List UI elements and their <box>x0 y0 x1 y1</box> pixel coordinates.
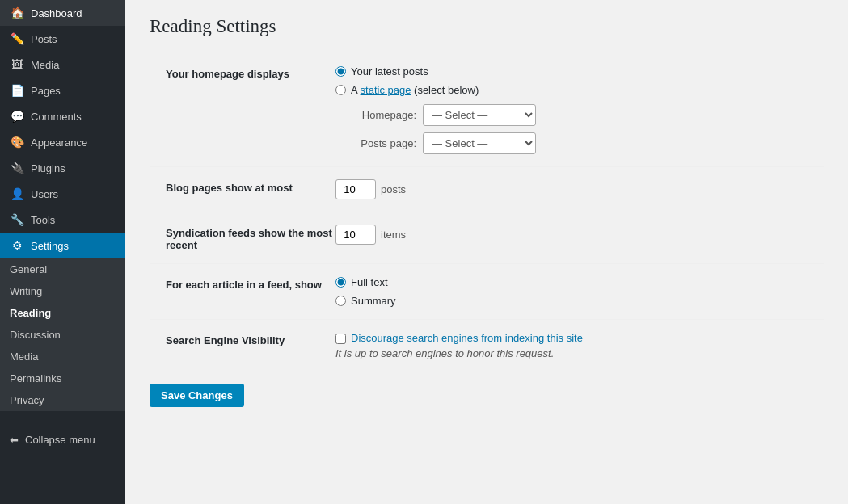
submenu-item-general[interactable]: General <box>0 258 125 280</box>
media-icon: 🖼 <box>10 58 24 71</box>
feed-article-row: For each article in a feed, show Full te… <box>150 264 824 320</box>
homepage-select[interactable]: — Select — <box>423 104 536 126</box>
collapse-label: Collapse menu <box>25 434 95 446</box>
feed-article-radio-group: Full text Summary <box>335 276 808 307</box>
sidebar-nav: 🏠 Dashboard ✏️ Posts 🖼 Media 📄 Pages 💬 C… <box>0 0 125 258</box>
submenu-item-privacy[interactable]: Privacy <box>0 389 125 411</box>
dashboard-icon: 🏠 <box>10 6 24 19</box>
full-text-radio[interactable] <box>335 277 346 288</box>
feed-article-label: For each article in a feed, show <box>166 276 335 291</box>
sidebar-item-label: Dashboard <box>31 7 82 19</box>
comments-icon: 💬 <box>10 110 24 123</box>
sidebar-item-tools[interactable]: 🔧 Tools <box>0 207 125 233</box>
full-text-option[interactable]: Full text <box>335 276 808 288</box>
settings-form: Your homepage displays Your latest posts… <box>150 53 824 372</box>
sidebar-item-appearance[interactable]: 🎨 Appearance <box>0 129 125 155</box>
static-page-text: A static page (select below) <box>351 84 479 96</box>
syndication-input[interactable] <box>335 225 376 245</box>
syndication-label: Syndication feeds show the most recent <box>166 225 335 251</box>
summary-radio[interactable] <box>335 296 346 306</box>
sidebar-item-posts[interactable]: ✏️ Posts <box>0 26 125 52</box>
homepage-displays-control: Your latest posts A static page (select … <box>335 65 808 154</box>
sidebar-item-label: Appearance <box>31 136 87 149</box>
summary-label: Summary <box>351 295 396 307</box>
submenu-item-writing[interactable]: Writing <box>0 280 125 302</box>
search-engine-checkbox-option: Discourage search engines from indexing … <box>335 332 808 344</box>
collapse-icon: ⬅ <box>10 434 19 446</box>
sidebar-item-label: Media <box>31 59 59 71</box>
static-page-selects: Homepage: — Select — Posts page: — Selec… <box>335 104 808 154</box>
posts-icon: ✏️ <box>10 32 24 45</box>
pages-icon: 📄 <box>10 84 24 97</box>
posts-page-select[interactable]: — Select — <box>423 132 536 154</box>
sidebar-item-label: Plugins <box>31 162 65 174</box>
blog-pages-control: posts <box>335 179 808 200</box>
sidebar-item-dashboard[interactable]: 🏠 Dashboard <box>0 0 125 26</box>
syndication-control: items <box>335 225 808 245</box>
tools-icon: 🔧 <box>10 213 24 226</box>
search-engine-hint: It is up to search engines to honor this… <box>335 347 808 359</box>
homepage-radio-group: Your latest posts A static page (select … <box>335 65 808 96</box>
sidebar-item-plugins[interactable]: 🔌 Plugins <box>0 155 125 181</box>
sidebar-item-media[interactable]: 🖼 Media <box>0 52 125 78</box>
plugins-icon: 🔌 <box>10 162 24 174</box>
syndication-suffix: items <box>381 229 406 241</box>
submenu-item-discussion[interactable]: Discussion <box>0 324 125 346</box>
full-text-label: Full text <box>351 276 388 288</box>
sidebar-item-label: Posts <box>31 33 57 45</box>
sidebar-item-label: Settings <box>31 240 69 252</box>
posts-page-select-label: Posts page: <box>344 137 416 149</box>
search-engine-control: Discourage search engines from indexing … <box>335 332 808 359</box>
syndication-row: Syndication feeds show the most recent i… <box>150 212 824 264</box>
blog-pages-input[interactable] <box>335 179 376 200</box>
sidebar: 🏠 Dashboard ✏️ Posts 🖼 Media 📄 Pages 💬 C… <box>0 0 125 504</box>
sidebar-item-label: Users <box>31 188 58 200</box>
save-changes-button[interactable]: Save Changes <box>150 384 244 407</box>
page-title: Reading Settings <box>150 16 824 37</box>
settings-icon: ⚙ <box>10 239 24 252</box>
homepage-select-label: Homepage: <box>344 109 416 121</box>
collapse-menu-button[interactable]: ⬅ Collapse menu <box>0 427 125 452</box>
latest-posts-radio[interactable] <box>335 66 346 77</box>
search-engine-checkbox[interactable] <box>335 334 346 344</box>
submenu-item-permalinks[interactable]: Permalinks <box>0 368 125 389</box>
appearance-icon: 🎨 <box>10 136 24 149</box>
static-page-option[interactable]: A static page (select below) <box>335 84 808 96</box>
sidebar-item-comments[interactable]: 💬 Comments <box>0 103 125 129</box>
sidebar-item-pages[interactable]: 📄 Pages <box>0 78 125 103</box>
sidebar-item-label: Pages <box>31 85 61 97</box>
summary-option[interactable]: Summary <box>335 295 808 307</box>
sidebar-item-label: Comments <box>31 111 82 123</box>
sidebar-item-label: Tools <box>31 214 55 226</box>
sidebar-item-settings[interactable]: ⚙ Settings <box>0 233 125 258</box>
homepage-displays-row: Your homepage displays Your latest posts… <box>150 53 824 167</box>
search-engine-label: Search Engine Visibility <box>166 332 335 346</box>
form-actions: Save Changes <box>150 372 824 419</box>
main-content: Reading Settings Your homepage displays … <box>125 0 848 504</box>
blog-pages-label: Blog pages show at most <box>166 179 335 194</box>
static-page-link[interactable]: static page <box>361 84 411 96</box>
submenu-item-reading[interactable]: Reading <box>0 302 125 324</box>
search-engine-row: Search Engine Visibility Discourage sear… <box>150 320 824 372</box>
static-page-radio[interactable] <box>335 85 346 95</box>
sidebar-item-users[interactable]: 👤 Users <box>0 181 125 207</box>
posts-page-select-row: Posts page: — Select — <box>344 132 808 154</box>
search-engine-checkbox-label: Discourage search engines from indexing … <box>351 332 583 344</box>
feed-article-control: Full text Summary <box>335 276 808 307</box>
blog-pages-suffix: posts <box>381 183 406 195</box>
latest-posts-option[interactable]: Your latest posts <box>335 65 808 78</box>
users-icon: 👤 <box>10 187 24 200</box>
blog-pages-row: Blog pages show at most posts <box>150 167 824 212</box>
submenu-item-media[interactable]: Media <box>0 346 125 368</box>
homepage-select-row: Homepage: — Select — <box>344 104 808 126</box>
latest-posts-label: Your latest posts <box>351 65 428 78</box>
settings-submenu: General Writing Reading Discussion Media… <box>0 258 125 411</box>
homepage-displays-label: Your homepage displays <box>166 65 335 80</box>
